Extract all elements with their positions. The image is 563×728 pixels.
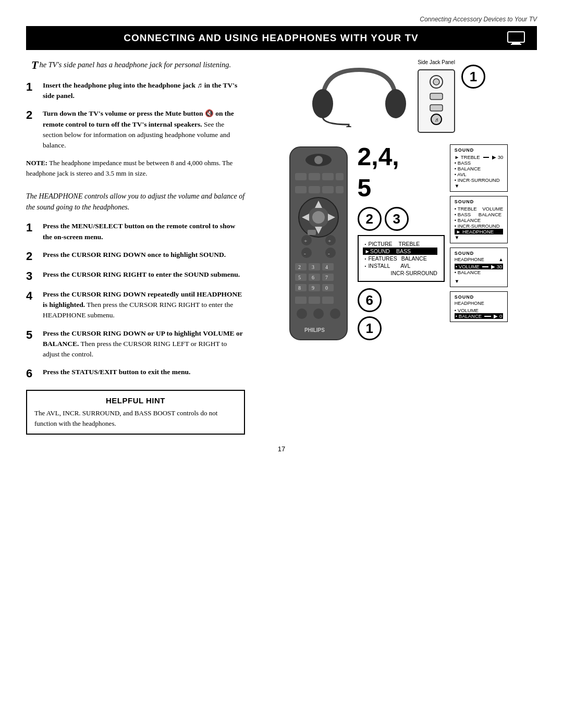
hp-step-3-content: Press the CURSOR RING RIGHT to enter the… bbox=[43, 269, 240, 280]
svg-text:0: 0 bbox=[325, 285, 328, 291]
hp-step-5-content: Press the CURSOR RING DOWN or UP to high… bbox=[43, 328, 245, 360]
hp-step-1-content: Press the MENU/SELECT button on the remo… bbox=[43, 221, 245, 242]
svg-rect-57 bbox=[322, 284, 334, 291]
svg-rect-49 bbox=[309, 274, 320, 281]
svg-rect-47 bbox=[295, 274, 307, 281]
menu-item-features: • FEATURES BALANCE bbox=[365, 255, 437, 262]
side-jack-label: Side Jack Panel bbox=[415, 59, 457, 65]
headphone-illustration bbox=[307, 59, 411, 129]
step-2-content: Turn down the TV's volume or press the M… bbox=[43, 108, 245, 151]
hint-box: Helpful Hint The AVL, INCR. SURROUND, an… bbox=[26, 390, 245, 435]
right-column: Side Jack Panel ♬ bbox=[255, 59, 537, 435]
step-menus: 2,4, 5 2 3 • PICTURE TREBLE bbox=[358, 144, 445, 340]
hp-step-2-bold: Press the CURSOR RING DOWN once to highl… bbox=[43, 251, 226, 258]
section2-drop-cap: T bbox=[26, 192, 30, 200]
hp-step-2-content: Press the CURSOR RING DOWN once to highl… bbox=[43, 250, 226, 260]
title-bar: Connecting and Using Headphones with You… bbox=[26, 26, 537, 50]
svg-rect-21 bbox=[295, 186, 307, 193]
note-block: NOTE: The headphone impedance must be be… bbox=[26, 158, 245, 178]
sm2-balance: • BALANCE bbox=[455, 217, 504, 223]
menu-incr-item: • INCR·SURROUND bbox=[455, 177, 504, 183]
diag-row-top: Side Jack Panel ♬ bbox=[255, 59, 537, 137]
svg-point-4 bbox=[385, 89, 406, 118]
shb-subtitle: HEADPHONE bbox=[455, 301, 504, 306]
hp-step-5-bold: Press the CURSOR RING DOWN or UP to high… bbox=[43, 329, 243, 348]
svg-rect-59 bbox=[295, 297, 307, 304]
svg-point-37 bbox=[301, 248, 312, 258]
svg-rect-32 bbox=[308, 230, 316, 235]
big-step-text-5: 5 bbox=[358, 176, 372, 201]
svg-rect-53 bbox=[295, 284, 307, 291]
svg-rect-60 bbox=[309, 297, 320, 304]
svg-rect-55 bbox=[309, 284, 320, 291]
svg-rect-45 bbox=[322, 263, 334, 270]
hint-title: Helpful Hint bbox=[34, 396, 237, 405]
page-title: Connecting and Using Headphones with You… bbox=[36, 32, 506, 44]
tv-icon bbox=[506, 30, 527, 46]
intro-body: he TV's side panel has a headphone jack … bbox=[39, 60, 231, 69]
svg-rect-1 bbox=[512, 42, 520, 44]
sound-menu-1-title: SOUND bbox=[455, 147, 504, 153]
svg-text:5: 5 bbox=[298, 275, 301, 280]
svg-text:8: 8 bbox=[298, 285, 301, 291]
sound-menu-treble: SOUND ► TREBLE ▶ 30 • BASS • BALANCE • A… bbox=[450, 144, 508, 192]
menu-item-sound-selected: ►SOUND BASS bbox=[363, 248, 437, 255]
svg-rect-18 bbox=[309, 173, 320, 180]
drop-cap: T bbox=[31, 59, 38, 71]
svg-text:+: + bbox=[304, 238, 307, 244]
svg-text:PHILIPS: PHILIPS bbox=[304, 327, 325, 333]
sm2-incr: • INCR·SURROUND bbox=[455, 223, 504, 229]
remote-illustration: + + - - 2 3 bbox=[285, 144, 352, 344]
side-jack-panel: Side Jack Panel ♬ bbox=[415, 59, 457, 137]
hp-step-1-bold: Press the MENU/SELECT button on the remo… bbox=[43, 222, 235, 240]
svg-rect-20 bbox=[336, 173, 344, 180]
hp-step-1: 1 Press the MENU/SELECT button on the re… bbox=[26, 221, 245, 242]
step-badge-6: 6 bbox=[358, 288, 382, 312]
hp-step-6-content: Press the STATUS/EXIT button to exit the… bbox=[43, 367, 190, 377]
svg-rect-0 bbox=[508, 32, 524, 42]
step-badge-2: 2 bbox=[358, 207, 382, 231]
svg-text:9: 9 bbox=[312, 285, 314, 291]
hp-step-2: 2 Press the CURSOR RING DOWN once to hig… bbox=[26, 250, 245, 262]
hint-content: The AVL, INCR. SURROUND, and BASS BOOST … bbox=[34, 408, 237, 428]
sm2-treble: • TREBLE VOLUME bbox=[455, 206, 504, 212]
menu-treble-item: ► TREBLE ▶ 30 bbox=[455, 154, 504, 160]
svg-point-63 bbox=[313, 309, 324, 319]
step-2-bold: Turn down the TV's volume or press the M… bbox=[43, 109, 234, 128]
svg-rect-5 bbox=[346, 126, 351, 127]
svg-rect-2 bbox=[511, 44, 521, 45]
menu-item-picture: • PICTURE TREBLE bbox=[365, 240, 437, 248]
hp-step-num-3: 3 bbox=[26, 269, 38, 282]
hp-step-num-1: 1 bbox=[26, 221, 38, 233]
section-header-text: Connecting Accessory Devices to Your TV bbox=[420, 16, 537, 23]
section2: The HEADPHONE controls allow you to adju… bbox=[26, 191, 245, 379]
menu-arrow-down: ▼ bbox=[455, 183, 504, 189]
right-panels: SOUND ► TREBLE ▶ 30 • BASS • BALANCE • A… bbox=[450, 144, 508, 322]
svg-rect-19 bbox=[322, 173, 334, 180]
step-number-1: 1 bbox=[26, 80, 38, 93]
svg-point-39 bbox=[325, 248, 336, 258]
step-badge-3: 3 bbox=[385, 207, 409, 231]
section2-intro: The HEADPHONE controls allow you to adju… bbox=[26, 191, 245, 213]
svg-rect-10 bbox=[430, 93, 443, 100]
svg-point-3 bbox=[312, 89, 333, 118]
svg-rect-11 bbox=[430, 105, 443, 111]
shv-arrow-down: ▼ bbox=[455, 278, 504, 284]
intro-text: The TV's side panel has a headphone jack… bbox=[26, 59, 245, 71]
svg-text:+: + bbox=[328, 238, 331, 244]
step-6-area: 6 bbox=[358, 288, 382, 312]
big-step-5: 5 bbox=[358, 176, 372, 201]
step-1: 1 Insert the headphone plug into the hea… bbox=[26, 80, 245, 102]
note-label: NOTE: bbox=[26, 159, 47, 167]
right-diagrams: Side Jack Panel ♬ bbox=[255, 59, 537, 344]
sm2-arrow: ▼ bbox=[455, 235, 504, 240]
shv-title: SOUND bbox=[455, 251, 504, 256]
svg-rect-43 bbox=[309, 263, 320, 270]
shv-balance: • BALANCE bbox=[455, 269, 504, 275]
hp-step-num-2: 2 bbox=[26, 250, 38, 262]
svg-rect-24 bbox=[336, 186, 344, 193]
svg-rect-61 bbox=[322, 297, 334, 304]
svg-rect-41 bbox=[295, 263, 307, 270]
sm2-bass: • BASS BALANCE bbox=[455, 212, 504, 217]
sm2-headphone-selected: ► HEADPHONE bbox=[455, 229, 504, 235]
